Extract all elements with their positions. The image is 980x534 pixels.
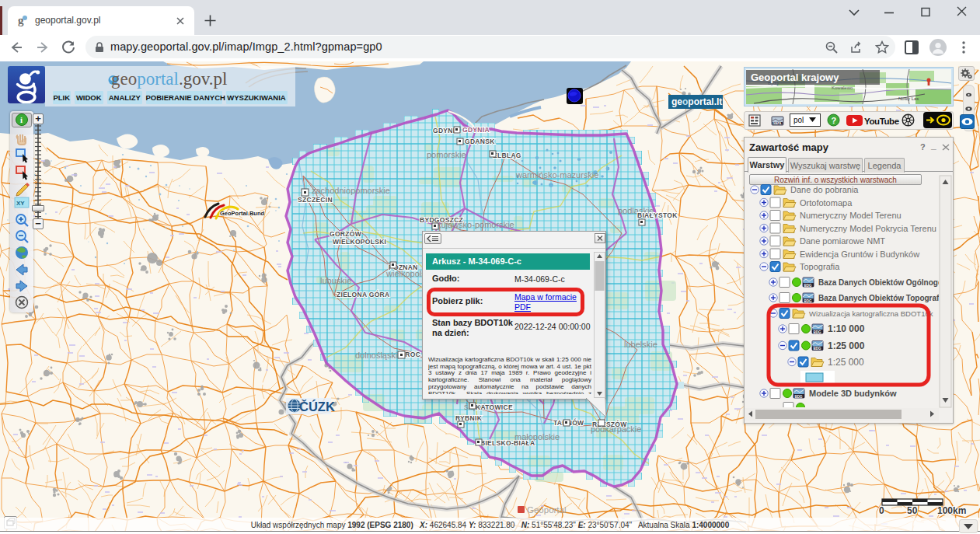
svg-text:Ewidencja Gruntów i Budynków: Ewidencja Gruntów i Budynków — [800, 250, 919, 259]
svg-text:1:25 000: 1:25 000 — [828, 340, 865, 351]
svg-text:BDG: BDG — [814, 347, 821, 351]
svg-text:BDG: BDG — [795, 395, 803, 399]
svg-text:Modele 3D budynków: Modele 3D budynków — [809, 389, 897, 398]
svg-text:50: 50 — [907, 505, 918, 516]
svg-text:Baza Danych Obiektów Ogólnogeo: Baza Danych Obiektów Ogólnogeog — [818, 278, 952, 287]
svg-text:Dane do pobrania: Dane do pobrania — [790, 185, 859, 194]
svg-text:Baza Danych Obiektów Topografi: Baza Danych Obiektów Topograficz — [818, 294, 950, 302]
svg-text:Topografia: Topografia — [800, 262, 840, 271]
svg-text:Numeryczny Model Pokrycia Tere: Numeryczny Model Pokrycia Terenu — [800, 224, 936, 233]
svg-text:Dane pomiarowe NMT: Dane pomiarowe NMT — [800, 236, 885, 246]
svg-text:BDG: BDG — [814, 330, 821, 334]
svg-text:Ortofotomapa: Ortofotomapa — [800, 198, 853, 208]
svg-text:1:10 000: 1:10 000 — [828, 323, 865, 334]
svg-text:Numeryczny Model Terenu: Numeryczny Model Terenu — [800, 211, 902, 220]
svg-text:100km: 100km — [937, 505, 966, 516]
svg-text:BDG: BDG — [804, 284, 812, 288]
svg-text:Wizualizacja kartograficzna BD: Wizualizacja kartograficzna BDOT10k — [809, 309, 933, 318]
svg-text:1:25 000: 1:25 000 — [828, 357, 864, 368]
svg-text:BDG: BDG — [804, 299, 812, 303]
svg-text:0: 0 — [879, 505, 884, 516]
